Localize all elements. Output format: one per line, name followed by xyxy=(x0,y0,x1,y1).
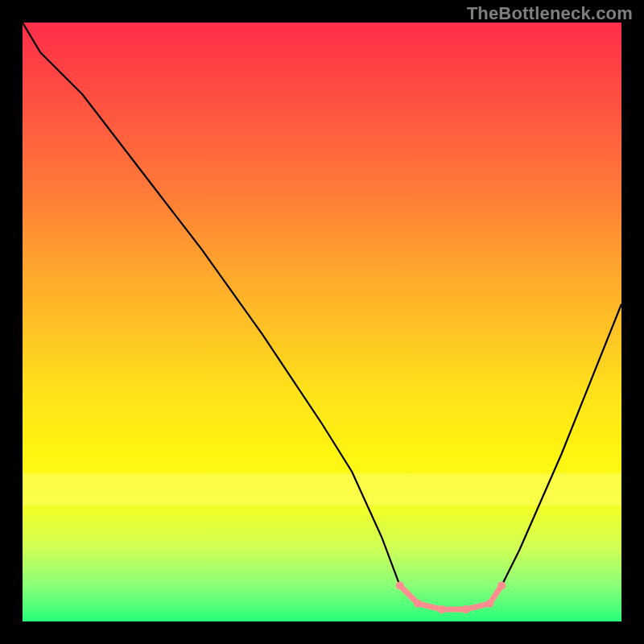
curve-svg xyxy=(23,23,621,621)
plot-area xyxy=(23,23,621,621)
highlight-marker xyxy=(438,605,446,613)
highlight-marker xyxy=(462,605,470,613)
highlight-marker xyxy=(414,600,422,608)
highlight-marker xyxy=(485,600,493,608)
watermark-text: TheBottleneck.com xyxy=(467,3,633,24)
main-curve xyxy=(23,23,621,609)
chart-frame: TheBottleneck.com xyxy=(0,0,644,644)
highlight-marker xyxy=(396,581,404,589)
highlight-marker xyxy=(497,581,506,589)
